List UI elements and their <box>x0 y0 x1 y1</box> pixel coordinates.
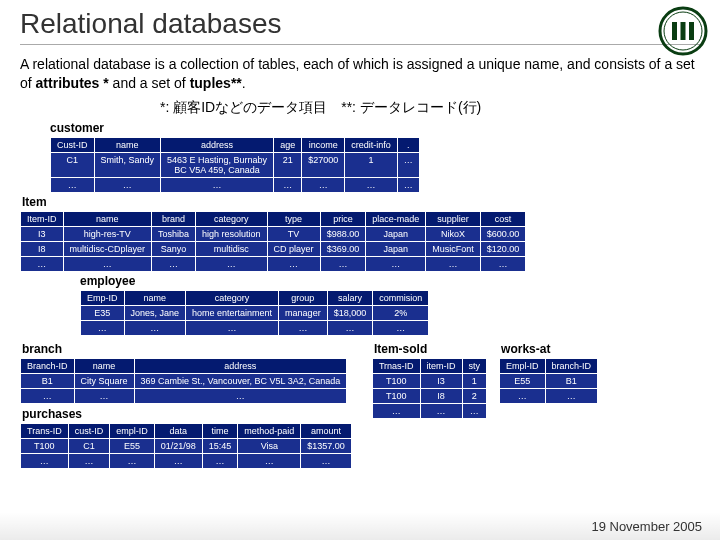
column-header: data <box>155 424 202 438</box>
table-cell: E35 <box>81 306 124 320</box>
table-cell: … <box>398 178 419 192</box>
table-cell: 15:45 <box>203 439 238 453</box>
table-cell: $120.00 <box>481 242 526 256</box>
table-cell: … <box>321 257 366 271</box>
item-sold-label: Item-sold <box>374 342 487 356</box>
table-cell: … <box>110 454 154 468</box>
table-cell: … <box>398 153 419 177</box>
table-row: ………………… <box>21 454 351 468</box>
table-cell: T100 <box>373 374 420 388</box>
purchases-table: Trans-IDcust-IDempl-IDdatatimemethod-pai… <box>20 423 352 469</box>
table-cell: … <box>421 404 462 418</box>
table-row: E35Jones, Janehome entertainmentmanager$… <box>81 306 428 320</box>
column-header: branch-ID <box>546 359 598 373</box>
table-cell: … <box>481 257 526 271</box>
table-cell: … <box>366 257 425 271</box>
table-cell: $1357.00 <box>301 439 351 453</box>
table-cell: … <box>81 321 124 335</box>
table-row: T100I82 <box>373 389 486 403</box>
table-cell: … <box>203 454 238 468</box>
table-cell: … <box>152 257 195 271</box>
table-cell: 1 <box>345 153 397 177</box>
table-row: T100I31 <box>373 374 486 388</box>
table-cell: high resolution <box>196 227 267 241</box>
column-header: name <box>125 291 186 305</box>
table-cell: 2% <box>373 306 428 320</box>
branch-table: Branch-IDnameaddressB1City Square369 Cam… <box>20 358 347 404</box>
purchases-label: purchases <box>22 407 352 421</box>
table-cell: home entertainment <box>186 306 278 320</box>
table-cell: 01/21/98 <box>155 439 202 453</box>
column-header: salary <box>328 291 373 305</box>
table-row: ……… <box>21 389 346 403</box>
table-cell: … <box>500 389 545 403</box>
column-header: age <box>274 138 301 152</box>
table-cell: T100 <box>21 439 68 453</box>
column-header: supplier <box>426 212 480 226</box>
table-cell: I3 <box>421 374 462 388</box>
column-header: name <box>95 138 161 152</box>
column-header: category <box>196 212 267 226</box>
table-cell: 369 Cambie St., Vancouver, BC V5L 3A2, C… <box>135 374 347 388</box>
table-cell: E55 <box>110 439 154 453</box>
table-row: ………………… <box>51 178 419 192</box>
table-cell: … <box>21 454 68 468</box>
table-cell: 5463 E Hasting, BurnabyBC V5A 459, Canad… <box>161 153 273 177</box>
column-header: Emp-ID <box>81 291 124 305</box>
table-cell: … <box>373 404 420 418</box>
table-cell: Smith, Sandy <box>95 153 161 177</box>
table-cell: $369.00 <box>321 242 366 256</box>
column-header: price <box>321 212 366 226</box>
table-cell: … <box>546 389 598 403</box>
column-header: Item-ID <box>21 212 63 226</box>
table-cell: MusicFont <box>426 242 480 256</box>
column-header: method-paid <box>238 424 300 438</box>
table-cell: … <box>95 178 161 192</box>
table-cell: … <box>302 178 344 192</box>
institution-logo-icon <box>658 6 708 56</box>
table-cell: … <box>51 178 94 192</box>
column-header: type <box>268 212 320 226</box>
table-cell: I8 <box>421 389 462 403</box>
table-cell: … <box>463 404 487 418</box>
customer-label: customer <box>50 121 700 135</box>
attributes-bold: attributes * <box>36 75 109 91</box>
table-cell: City Square <box>75 374 134 388</box>
table-cell: … <box>426 257 480 271</box>
column-header: income <box>302 138 344 152</box>
column-header: Empl-ID <box>500 359 545 373</box>
table-row: ……………………… <box>21 257 525 271</box>
column-header: brand <box>152 212 195 226</box>
item-sold-table: Trnas-IDitem-IDstyT100I31T100I82……… <box>372 358 487 419</box>
table-cell: Japan <box>366 227 425 241</box>
table-cell: NikoX <box>426 227 480 241</box>
tuples-bold: tuples** <box>190 75 242 91</box>
column-header: amount <box>301 424 351 438</box>
svg-rect-3 <box>681 22 686 40</box>
table-cell: $18,000 <box>328 306 373 320</box>
table-cell: … <box>186 321 278 335</box>
table-row: E55B1 <box>500 374 597 388</box>
table-cell: Jones, Jane <box>125 306 186 320</box>
item-label: Item <box>22 195 700 209</box>
table-cell: … <box>21 257 63 271</box>
column-header: address <box>161 138 273 152</box>
table-cell: B1 <box>546 374 598 388</box>
column-header: cost <box>481 212 526 226</box>
employee-label: employee <box>80 274 700 288</box>
table-cell: I8 <box>21 242 63 256</box>
employee-table: Emp-IDnamecategorygroupsalarycommisionE3… <box>80 290 429 336</box>
column-header: item-ID <box>421 359 462 373</box>
column-header: credit-info <box>345 138 397 152</box>
table-cell: multidisc-CDplayer <box>64 242 152 256</box>
table-cell: C1 <box>51 153 94 177</box>
customer-table: Cust-IDnameaddressageincomecredit-info.C… <box>50 137 420 193</box>
table-row: I3high-res-TVToshibahigh resolutionTV$98… <box>21 227 525 241</box>
column-header: Trans-ID <box>21 424 68 438</box>
table-cell: $600.00 <box>481 227 526 241</box>
table-cell: … <box>268 257 320 271</box>
table-cell: … <box>75 389 134 403</box>
table-cell: T100 <box>373 389 420 403</box>
table-cell: … <box>301 454 351 468</box>
table-row: ……… <box>373 404 486 418</box>
